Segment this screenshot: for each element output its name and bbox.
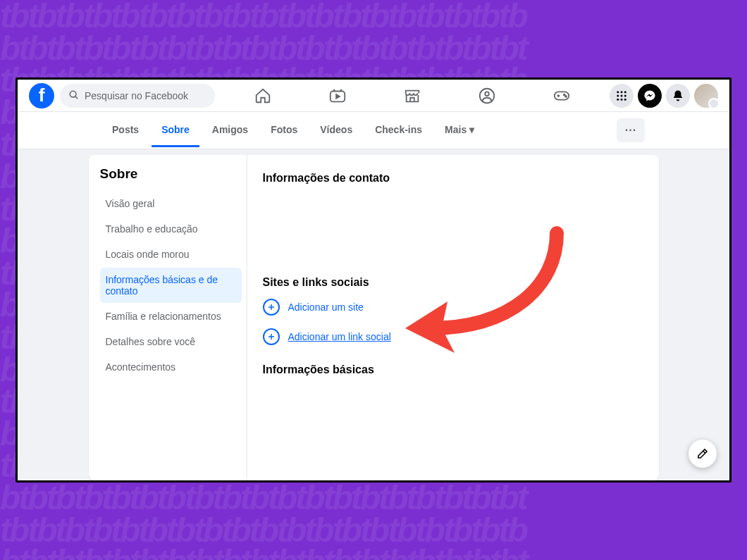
tab-posts[interactable]: Posts [102, 114, 149, 147]
facebook-logo[interactable]: f [29, 83, 54, 108]
sidebar-item-family[interactable]: Família e relacionamentos [100, 304, 242, 328]
center-nav [221, 87, 604, 105]
avatar[interactable] [694, 84, 718, 108]
add-site-label: Adicionar um site [288, 301, 364, 313]
tab-fotos[interactable]: Fotos [261, 114, 307, 147]
gaming-icon[interactable] [552, 87, 571, 105]
messenger-icon[interactable] [638, 84, 662, 108]
plus-circle-icon [263, 299, 280, 316]
svg-point-9 [621, 91, 623, 93]
svg-point-13 [624, 94, 626, 97]
search-icon [68, 89, 79, 102]
topbar: f Pesquisar no Facebook [18, 80, 729, 112]
about-sidebar: Sobre Visão geral Trabalho e educação Lo… [89, 155, 247, 480]
svg-point-12 [621, 94, 623, 97]
marketplace-icon[interactable] [403, 87, 421, 105]
add-social-label: Adicionar um link social [288, 331, 391, 342]
groups-icon[interactable] [478, 87, 496, 105]
about-content: Informações de contato Sites e links soc… [247, 155, 659, 480]
tab-videos[interactable]: Vídeos [310, 114, 362, 147]
section-contact-info: Informações de contato [263, 172, 643, 185]
svg-point-10 [624, 91, 626, 93]
profile-more-button[interactable]: ··· [617, 118, 645, 142]
svg-point-16 [624, 98, 626, 100]
svg-line-1 [75, 97, 78, 99]
sidebar-item-contact-basic[interactable]: Informações básicas e de contato [100, 268, 242, 303]
svg-point-15 [621, 98, 623, 100]
svg-point-7 [565, 96, 567, 97]
sidebar-item-details[interactable]: Detalhes sobre você [100, 330, 242, 354]
svg-point-6 [564, 94, 565, 95]
chevron-down-icon: ▾ [469, 124, 474, 135]
sidebar-item-work-edu[interactable]: Trabalho e educação [100, 217, 242, 241]
profile-subnav: Posts Sobre Amigos Fotos Vídeos Check-in… [18, 112, 729, 149]
svg-point-0 [70, 91, 76, 97]
svg-point-11 [617, 94, 619, 97]
video-icon[interactable] [328, 87, 347, 105]
sidebar-item-overview[interactable]: Visão geral [100, 192, 242, 216]
sidebar-item-places[interactable]: Locais onde morou [100, 242, 242, 266]
plus-circle-icon [263, 328, 280, 345]
menu-grid-icon[interactable] [610, 84, 634, 108]
tab-sobre[interactable]: Sobre [152, 114, 199, 147]
home-icon[interactable] [254, 87, 272, 105]
svg-point-8 [617, 91, 619, 93]
svg-point-4 [485, 92, 489, 96]
tab-mais[interactable]: Mais ▾ [435, 114, 484, 147]
about-title: Sobre [100, 166, 242, 182]
search-input[interactable]: Pesquisar no Facebook [60, 84, 215, 108]
topbar-right [610, 84, 718, 108]
section-basic-info: Informações básicas [263, 363, 643, 376]
sidebar-item-events[interactable]: Acontecimentos [100, 355, 242, 379]
tab-checkins[interactable]: Check-ins [365, 114, 432, 147]
edit-fab[interactable] [689, 440, 717, 468]
tab-amigos[interactable]: Amigos [202, 114, 258, 147]
section-social-links: Sites e links sociais [263, 276, 643, 289]
app-window: f Pesquisar no Facebook [16, 77, 731, 483]
add-social-link[interactable]: Adicionar um link social [263, 328, 643, 345]
profile-tabs: Posts Sobre Amigos Fotos Vídeos Check-in… [102, 114, 611, 147]
search-placeholder: Pesquisar no Facebook [85, 90, 188, 101]
add-site-link[interactable]: Adicionar um site [263, 299, 643, 316]
svg-point-14 [617, 98, 619, 100]
about-container: Sobre Visão geral Trabalho e educação Lo… [18, 149, 729, 480]
bell-icon[interactable] [666, 84, 690, 108]
